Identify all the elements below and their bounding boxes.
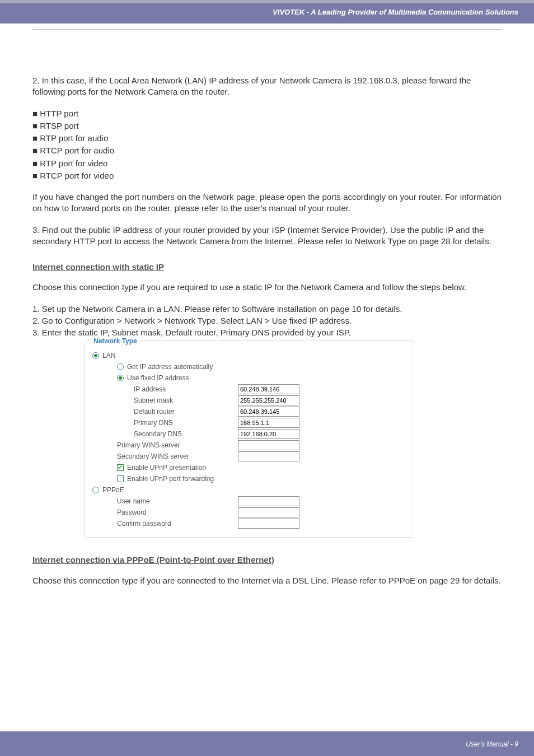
lan-label: LAN xyxy=(102,352,115,360)
bullet-rtcp-video: ■ RTCP port for video xyxy=(32,170,502,181)
page-header: VIVOTEK - A Leading Provider of Multimed… xyxy=(0,0,534,24)
step-2: 2. Go to Configuration > Network > Netwo… xyxy=(32,315,502,326)
page-footer: User's Manual - 9 xyxy=(0,731,534,756)
upnp-presentation-row[interactable]: Enable UPnP presentation xyxy=(92,463,238,472)
paragraph-static-intro: Choose this connection type if you are r… xyxy=(32,282,502,293)
secondary-dns-label: Secondary DNS xyxy=(92,430,238,438)
password-label: Password xyxy=(92,508,238,517)
step-1: 1. Set up the Network Camera in a LAN. P… xyxy=(32,304,502,315)
port-bullet-list: ■ HTTP port ■ RTSP port ■ RTP port for a… xyxy=(32,108,502,182)
header-title: VIVOTEK - A Leading Provider of Multimed… xyxy=(273,8,518,16)
static-ip-steps: 1. Set up the Network Camera in a LAN. P… xyxy=(32,304,502,339)
upnp-port-forwarding-row[interactable]: Enable UPnP port forwarding xyxy=(92,474,238,483)
bullet-rtcp-audio: ■ RTCP port for audio xyxy=(32,145,502,156)
user-name-input[interactable] xyxy=(238,496,299,506)
secondary-wins-input[interactable] xyxy=(238,451,299,461)
lan-radio-icon xyxy=(92,352,99,359)
pppoe-radio-icon xyxy=(92,487,99,493)
upnp-presentation-label: Enable UPnP presentation xyxy=(127,464,206,472)
primary-wins-label: Primary WINS server xyxy=(92,441,238,450)
primary-dns-input[interactable] xyxy=(238,418,299,428)
network-type-panel: Network Type LAN Get IP address automati… xyxy=(84,340,414,538)
confirm-password-input[interactable] xyxy=(238,519,299,529)
use-fixed-ip-radio-icon xyxy=(117,375,124,381)
use-fixed-ip-label: Use fixed IP address xyxy=(127,374,189,382)
subnet-mask-label: Subnet mask xyxy=(92,396,238,405)
section-heading-static-ip: Internet connection with static IP xyxy=(32,262,502,273)
pppoe-label: PPPoE xyxy=(102,486,124,494)
secondary-dns-input[interactable] xyxy=(238,429,299,439)
upnp-port-forwarding-label: Enable UPnP port forwarding xyxy=(127,475,214,483)
paragraph-step2: 2. In this case, if the Local Area Netwo… xyxy=(32,75,502,98)
paragraph-step3: 3. Find out the public IP address of you… xyxy=(32,225,502,248)
password-input[interactable] xyxy=(238,507,299,517)
section-heading-pppoe: Internet connection via PPPoE (Point-to-… xyxy=(32,554,502,566)
default-router-input[interactable] xyxy=(238,407,299,417)
use-fixed-ip-row[interactable]: Use fixed IP address xyxy=(92,374,238,382)
get-ip-auto-row[interactable]: Get IP address automatically xyxy=(92,362,238,371)
paragraph-port-note: If you have changed the port numbers on … xyxy=(32,192,502,214)
bullet-rtp-audio: ■ RTP port for audio xyxy=(32,133,502,144)
bullet-http: ■ HTTP port xyxy=(32,108,502,119)
primary-dns-label: Primary DNS xyxy=(92,418,238,427)
lan-radio-row[interactable]: LAN xyxy=(92,351,238,360)
primary-wins-input[interactable] xyxy=(238,440,299,450)
upnp-presentation-checkbox-icon xyxy=(117,464,124,471)
ip-address-label: IP address xyxy=(92,385,238,394)
confirm-password-label: Confirm password xyxy=(92,519,238,528)
header-underline xyxy=(32,29,502,30)
bullet-rtp-video: ■ RTP port for video xyxy=(32,158,502,169)
upnp-port-forwarding-checkbox-icon xyxy=(117,475,124,482)
pppoe-radio-row[interactable]: PPPoE xyxy=(92,486,238,494)
paragraph-pppoe: Choose this connection type if you are c… xyxy=(32,575,502,586)
ip-address-input[interactable] xyxy=(238,384,299,394)
get-ip-auto-radio-icon xyxy=(117,363,124,370)
subnet-mask-input[interactable] xyxy=(238,395,299,405)
get-ip-auto-label: Get IP address automatically xyxy=(127,363,213,371)
network-type-panel-wrap: Network Type LAN Get IP address automati… xyxy=(84,340,414,538)
panel-legend: Network Type xyxy=(91,337,139,346)
bullet-rtsp: ■ RTSP port xyxy=(32,120,502,132)
secondary-wins-label: Secondary WINS server xyxy=(92,452,238,461)
header-accent xyxy=(0,0,534,3)
footer-page-number: User's Manual - 9 xyxy=(466,740,518,748)
user-name-label: User name xyxy=(92,497,238,506)
page-content: 2. In this case, if the Local Area Netwo… xyxy=(0,24,534,586)
default-router-label: Default router xyxy=(92,407,238,416)
